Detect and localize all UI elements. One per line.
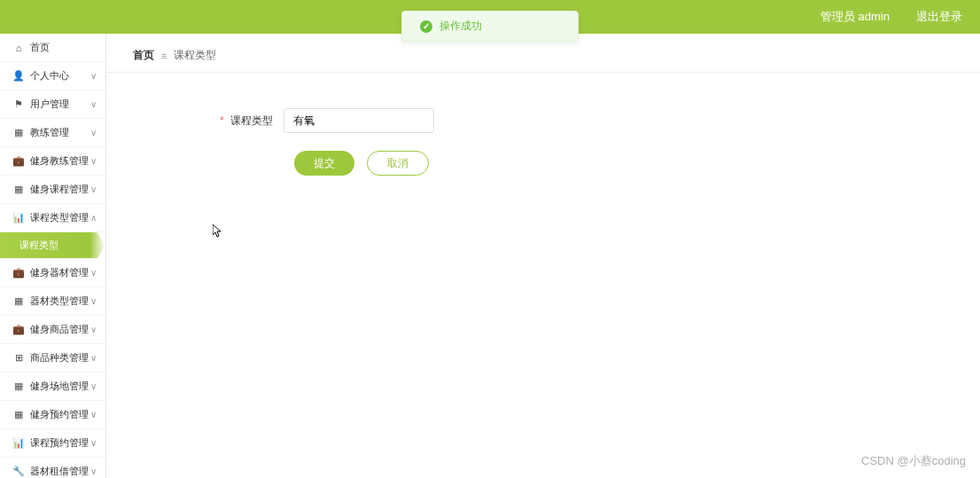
check-icon: ✓ xyxy=(420,20,432,33)
chevron-icon: ∨ xyxy=(90,353,97,363)
sidebar-item-label: 课程预约管理 xyxy=(30,436,90,450)
sidebar-item-8[interactable]: 💼健身器材管理∨ xyxy=(0,259,105,287)
success-toast: ✓ 操作成功 xyxy=(401,11,579,42)
sidebar: ⌂首页👤个人中心∨⚑用户管理∨▦教练管理∨💼健身教练管理∨▦健身课程管理∨📊课程… xyxy=(0,34,106,478)
chevron-icon: ∨ xyxy=(90,466,97,476)
bar-icon: 📊 xyxy=(12,212,25,223)
grid-icon: ▦ xyxy=(12,184,25,195)
sidebar-item-label: 用户管理 xyxy=(30,98,90,111)
sidebar-item-10[interactable]: 💼健身商品管理∨ xyxy=(0,316,105,344)
chevron-icon: ∨ xyxy=(90,325,97,334)
chevron-icon: ∨ xyxy=(90,438,97,448)
course-type-input[interactable] xyxy=(284,108,434,133)
flag-icon: ⚑ xyxy=(12,98,25,110)
breadcrumb-current: 课程类型 xyxy=(174,48,216,63)
case-icon: 💼 xyxy=(12,324,25,335)
layout: ⌂首页👤个人中心∨⚑用户管理∨▦教练管理∨💼健身教练管理∨▦健身课程管理∨📊课程… xyxy=(0,34,980,478)
grid-icon: ▦ xyxy=(12,127,25,138)
sidebar-item-label: 健身场地管理 xyxy=(30,380,90,393)
sidebar-item-label: 健身商品管理 xyxy=(30,323,90,336)
sidebar-sub-course-type[interactable]: 课程类型 xyxy=(0,232,105,259)
sidebar-item-label: 健身课程管理 xyxy=(30,183,90,196)
chevron-icon: ∨ xyxy=(90,184,97,194)
form-row-course-type: * 课程类型 xyxy=(177,108,909,133)
main-content: 首页 ≡ 课程类型 * 课程类型 提交 取消 xyxy=(106,34,980,478)
sidebar-item-0[interactable]: ⌂首页 xyxy=(0,34,105,62)
sidebar-item-label: 器材租借管理 xyxy=(30,465,90,478)
form-area: * 课程类型 提交 取消 xyxy=(106,73,980,211)
sidebar-item-6[interactable]: 📊课程类型管理∧ xyxy=(0,204,105,232)
cancel-button[interactable]: 取消 xyxy=(367,151,429,176)
sidebar-item-11[interactable]: ⊞商品种类管理∨ xyxy=(0,344,105,372)
sidebar-item-label: 健身教练管理 xyxy=(30,154,90,168)
sidebar-item-14[interactable]: 📊课程预约管理∨ xyxy=(0,429,105,458)
logout-link[interactable]: 退出登录 xyxy=(916,9,962,25)
chevron-icon: ∨ xyxy=(90,71,97,81)
chevron-icon: ∨ xyxy=(90,296,97,306)
sidebar-item-label: 器材类型管理 xyxy=(30,294,90,308)
grid-icon: ▦ xyxy=(12,295,25,307)
sidebar-item-label: 商品种类管理 xyxy=(30,351,90,364)
sidebar-item-1[interactable]: 👤个人中心∨ xyxy=(0,62,105,90)
sidebar-item-4[interactable]: 💼健身教练管理∨ xyxy=(0,147,105,176)
form-label-course-type: * 课程类型 xyxy=(177,114,284,129)
case-icon: 💼 xyxy=(12,267,25,278)
home-icon: ⌂ xyxy=(12,43,25,53)
sidebar-item-label: 健身预约管理 xyxy=(30,408,90,421)
grid-icon: ▦ xyxy=(12,380,25,392)
breadcrumb-home[interactable]: 首页 xyxy=(133,48,154,63)
label-text: 课程类型 xyxy=(230,114,273,127)
sidebar-item-label: 个人中心 xyxy=(30,69,90,82)
chevron-icon: ∨ xyxy=(90,156,97,166)
sidebar-item-label: 首页 xyxy=(30,41,97,54)
required-asterisk: * xyxy=(220,114,224,127)
user-label[interactable]: 管理员 admin xyxy=(821,9,890,25)
top-header: ✓ 操作成功 管理员 admin 退出登录 xyxy=(0,0,980,34)
sidebar-item-13[interactable]: ▦健身预约管理∨ xyxy=(0,401,105,429)
chevron-icon: ∨ xyxy=(90,268,97,278)
toast-message: 操作成功 xyxy=(439,19,482,34)
case-icon: 💼 xyxy=(12,155,25,167)
sidebar-item-15[interactable]: 🔧器材租借管理∨ xyxy=(0,458,105,478)
chevron-icon: ∨ xyxy=(90,99,97,109)
sidebar-item-9[interactable]: ▦器材类型管理∨ xyxy=(0,287,105,316)
sidebar-item-label: 健身器材管理 xyxy=(30,266,90,279)
bar-icon: 📊 xyxy=(12,437,25,449)
chevron-icon: ∨ xyxy=(90,381,97,391)
grid4-icon: ⊞ xyxy=(12,352,25,364)
breadcrumb-sep-icon: ≡ xyxy=(161,51,167,61)
sidebar-item-label: 教练管理 xyxy=(30,126,90,139)
tool-icon: 🔧 xyxy=(12,466,25,477)
sidebar-item-label: 课程类型管理 xyxy=(30,211,90,224)
sidebar-item-2[interactable]: ⚑用户管理∨ xyxy=(0,90,105,119)
chevron-icon: ∨ xyxy=(90,128,97,137)
sidebar-item-12[interactable]: ▦健身场地管理∨ xyxy=(0,372,105,401)
user-icon: 👤 xyxy=(12,70,25,82)
form-actions: 提交 取消 xyxy=(177,151,909,176)
grid-icon: ▦ xyxy=(12,409,25,420)
submit-button[interactable]: 提交 xyxy=(294,151,354,176)
header-right: 管理员 admin 退出登录 xyxy=(821,9,962,25)
sidebar-item-5[interactable]: ▦健身课程管理∨ xyxy=(0,176,105,204)
chevron-icon: ∨ xyxy=(90,410,97,419)
chevron-icon: ∧ xyxy=(90,213,97,223)
sidebar-item-3[interactable]: ▦教练管理∨ xyxy=(0,119,105,147)
